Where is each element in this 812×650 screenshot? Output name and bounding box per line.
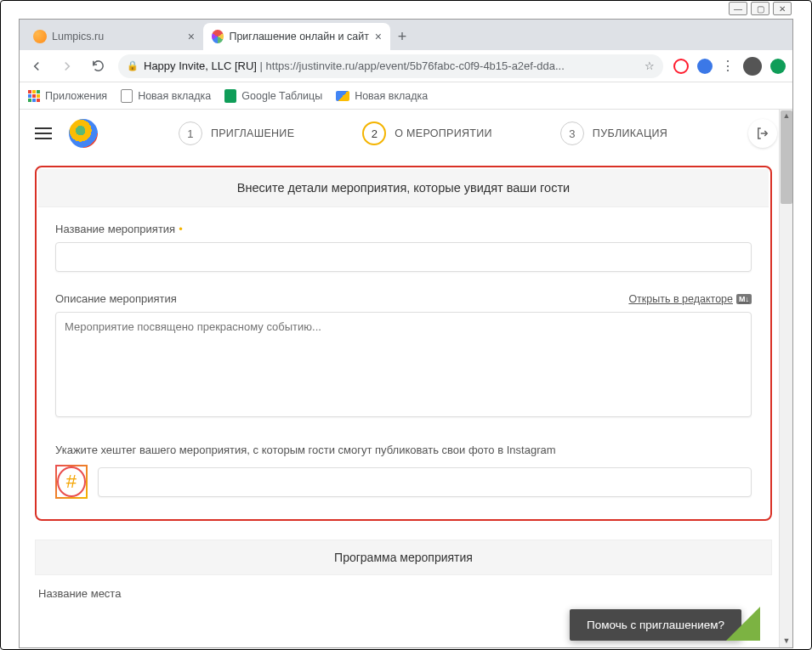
new-tab-button[interactable]: + bbox=[390, 28, 414, 46]
app-header: 1 ПРИГЛАШЕНИЕ 2 О МЕРОПРИЯТИИ 3 ПУБЛИКАЦ… bbox=[20, 110, 792, 157]
newtab-bookmark-2[interactable]: Новая вкладка bbox=[336, 90, 428, 102]
scroll-thumb[interactable] bbox=[781, 110, 792, 204]
help-text: Помочь с приглашением? bbox=[587, 619, 724, 631]
tab-label: Lumpics.ru bbox=[52, 31, 104, 42]
url-text: Happy Invite, LLC [RU] | https://justinv… bbox=[144, 59, 639, 72]
sheets-bookmark[interactable]: Google Таблицы bbox=[224, 89, 322, 103]
hashtag-label: Укажите хештег вашего мероприятия, с кот… bbox=[55, 444, 752, 456]
bookmark-star-icon[interactable]: ☆ bbox=[644, 59, 655, 72]
minimize-button[interactable]: — bbox=[729, 2, 747, 15]
step-publication[interactable]: 3 ПУБЛИКАЦИЯ bbox=[560, 122, 667, 145]
opera-ext-icon[interactable] bbox=[673, 59, 689, 74]
justinvite-favicon-icon bbox=[212, 30, 224, 43]
step-number: 1 bbox=[179, 122, 202, 145]
markdown-icon: M↓ bbox=[736, 294, 752, 304]
tab-strip: Lumpics.ru × Приглашение онлайн и сайт м… bbox=[20, 20, 792, 50]
browser-toolbar: 🔒 Happy Invite, LLC [RU] | https://justi… bbox=[20, 50, 792, 82]
step-label: О МЕРОПРИЯТИИ bbox=[395, 127, 492, 139]
bookmark-label: Google Таблицы bbox=[241, 90, 322, 102]
help-corner-icon bbox=[726, 607, 760, 641]
extensions: ⋮ bbox=[673, 57, 786, 76]
scroll-down-icon[interactable]: ▼ bbox=[781, 635, 792, 647]
program-section-header: Программа мероприятия bbox=[35, 540, 772, 575]
maximize-button[interactable]: ▢ bbox=[751, 2, 769, 15]
close-tab-icon[interactable]: × bbox=[375, 30, 382, 43]
open-editor-link[interactable]: Открыть в редактореM↓ bbox=[628, 293, 752, 305]
apps-bookmark[interactable]: Приложения bbox=[28, 90, 107, 102]
menu-burger-icon[interactable] bbox=[35, 127, 52, 139]
event-name-input[interactable] bbox=[55, 242, 752, 272]
logout-button[interactable] bbox=[748, 119, 777, 148]
bookmarks-bar: Приложения Новая вкладка Google Таблицы … bbox=[20, 82, 792, 110]
justinvite-logo-icon[interactable] bbox=[69, 119, 98, 148]
step-label: ПУБЛИКАЦИЯ bbox=[593, 127, 667, 139]
place-name-label: Название места bbox=[38, 587, 769, 600]
menu-button[interactable]: ⋮ bbox=[721, 58, 735, 74]
scrollbar[interactable]: ▲ ▼ bbox=[779, 110, 792, 647]
step-number: 3 bbox=[560, 122, 584, 145]
step-label: ПРИГЛАШЕНИЕ bbox=[211, 127, 294, 139]
green-ext-icon[interactable] bbox=[770, 59, 786, 74]
step-invitation[interactable]: 1 ПРИГЛАШЕНИЕ bbox=[179, 122, 294, 145]
event-details-card: Внесите детали мероприятия, которые увид… bbox=[35, 166, 772, 521]
forward-button[interactable] bbox=[57, 56, 77, 76]
tab-label: Приглашение онлайн и сайт ме bbox=[229, 31, 369, 42]
app-viewport: 1 ПРИГЛАШЕНИЕ 2 О МЕРОПРИЯТИИ 3 ПУБЛИКАЦ… bbox=[20, 110, 792, 647]
globe-ext-icon[interactable] bbox=[697, 59, 713, 74]
hashtag-input[interactable] bbox=[98, 467, 752, 497]
bookmark-label: Приложения bbox=[45, 90, 107, 102]
step-number: 2 bbox=[362, 122, 386, 145]
reload-button[interactable] bbox=[88, 56, 108, 76]
bookmark-label: Новая вкладка bbox=[138, 90, 211, 102]
wizard-steps: 1 ПРИГЛАШЕНИЕ 2 О МЕРОПРИЯТИИ 3 ПУБЛИКАЦ… bbox=[115, 122, 731, 145]
lock-icon: 🔒 bbox=[127, 60, 139, 71]
tab-justinvite[interactable]: Приглашение онлайн и сайт ме × bbox=[203, 23, 390, 50]
bookmark-label: Новая вкладка bbox=[355, 90, 428, 102]
card-title: Внесите детали мероприятия, которые увид… bbox=[38, 169, 769, 207]
close-window-button[interactable]: ✕ bbox=[773, 2, 792, 15]
content-area: Внесите детали мероприятия, которые увид… bbox=[20, 157, 792, 600]
window-controls: — ▢ ✕ bbox=[729, 2, 792, 15]
event-name-label: Название мероприятия• bbox=[55, 223, 752, 235]
image-icon bbox=[336, 91, 349, 101]
newtab-bookmark-1[interactable]: Новая вкладка bbox=[121, 89, 211, 103]
lumpics-favicon-icon bbox=[33, 30, 47, 43]
back-button[interactable] bbox=[26, 56, 47, 76]
scroll-up-icon[interactable]: ▲ bbox=[781, 110, 792, 122]
file-icon bbox=[121, 89, 133, 103]
hashtag-icon: # bbox=[55, 465, 88, 499]
profile-avatar[interactable] bbox=[743, 57, 762, 76]
event-desc-label: Описание мероприятия bbox=[55, 292, 177, 305]
step-about[interactable]: 2 О МЕРОПРИЯТИИ bbox=[362, 122, 492, 145]
address-bar[interactable]: 🔒 Happy Invite, LLC [RU] | https://justi… bbox=[118, 54, 663, 78]
tab-lumpics[interactable]: Lumpics.ru × bbox=[25, 23, 203, 50]
sheets-icon bbox=[224, 89, 236, 103]
help-chat-widget[interactable]: Помочь с приглашением? bbox=[570, 609, 741, 641]
event-desc-textarea[interactable] bbox=[55, 312, 752, 417]
apps-icon bbox=[28, 90, 40, 102]
close-tab-icon[interactable]: × bbox=[188, 30, 195, 43]
